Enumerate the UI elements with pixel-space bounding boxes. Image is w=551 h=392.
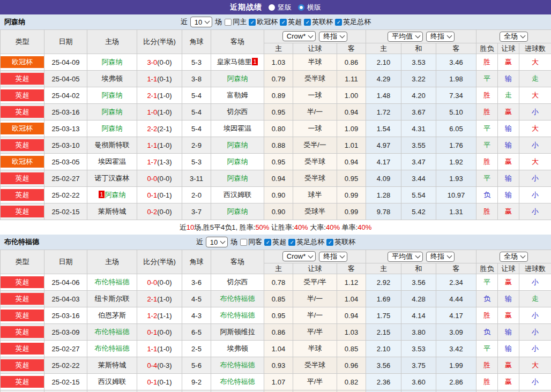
handicap-away-odds: 1.03 bbox=[337, 324, 366, 341]
league-checkbox[interactable] bbox=[326, 239, 333, 246]
same-venue-filter[interactable]: 同主 bbox=[225, 17, 247, 27]
avg-draw-odds: 3.47 bbox=[401, 154, 436, 170]
handicap-line: 受半/一 bbox=[293, 137, 337, 154]
scope-select[interactable]: 全场 bbox=[500, 32, 528, 42]
league-checkbox[interactable] bbox=[304, 19, 311, 26]
away-team-cell: 布伦特福德 bbox=[211, 307, 264, 324]
col-away: 客场 bbox=[211, 250, 264, 274]
league-filter[interactable]: 英联杯 bbox=[304, 17, 333, 27]
date-cell: 25-02-22 bbox=[44, 187, 87, 203]
result-handicap: 输 bbox=[498, 291, 519, 307]
league-checkbox[interactable] bbox=[280, 19, 287, 26]
avg-home-odds: 2.00 bbox=[366, 390, 401, 392]
full-score: 1-1 bbox=[147, 141, 157, 149]
date-cell: 25-04-05 bbox=[44, 71, 87, 87]
select-value: 10 bbox=[210, 238, 218, 246]
match-row: 英超25-02-27诺丁汉森林0-0(0-0)3-11阿森纳0.94受半球0.9… bbox=[1, 170, 551, 187]
avg-time-select[interactable]: 终指 bbox=[426, 32, 455, 42]
league-checkbox[interactable] bbox=[335, 19, 342, 26]
handicap-away-odds: 0.99 bbox=[337, 187, 366, 203]
half-score: (0-0) bbox=[157, 175, 172, 183]
same-venue-checkbox[interactable] bbox=[240, 239, 247, 246]
sub-avg-home: 主 bbox=[366, 263, 401, 274]
away-team-cell: 阿斯顿维拉 bbox=[211, 324, 264, 341]
avg-source-select[interactable]: 平均值 bbox=[388, 252, 423, 262]
home-team-cell: 埃因霍温 bbox=[87, 154, 137, 170]
league-checkbox[interactable] bbox=[288, 239, 295, 246]
match-row: 英超25-03-10曼彻斯特联1-1(1-0)2-9阿森纳0.88受半/一1.0… bbox=[1, 137, 551, 154]
avg-home-odds: 2.10 bbox=[366, 54, 401, 71]
result-outcome: 胜 bbox=[476, 54, 498, 71]
avg-away-odds: 6.05 bbox=[436, 120, 476, 137]
league-checkbox[interactable] bbox=[264, 239, 271, 246]
league-filter-label: 英联杯 bbox=[334, 237, 355, 247]
avg-source-select[interactable]: 平均值 bbox=[388, 32, 423, 42]
league-filter[interactable]: 英超 bbox=[280, 17, 302, 27]
score-cell: 0-4(0-3) bbox=[137, 357, 182, 374]
team-label: 阿森纳 bbox=[227, 174, 248, 182]
result-handicap: 输 bbox=[498, 341, 519, 357]
corner-cell: 6-5 bbox=[182, 324, 211, 341]
full-score: 2-1 bbox=[147, 295, 157, 303]
score-cell: 0-1(0-1) bbox=[137, 187, 182, 203]
team-label: 纽卡斯尔联 bbox=[95, 295, 130, 303]
team-label: 埃弗顿 bbox=[227, 344, 248, 352]
odds-time-select[interactable]: 终指 bbox=[319, 32, 347, 42]
select-value: 10 bbox=[195, 18, 202, 26]
team-label: 阿森纳 bbox=[105, 191, 126, 199]
result-goals: 小 bbox=[519, 274, 551, 291]
result-outcome: 胜 bbox=[476, 203, 498, 220]
handicap-away-odds: 0.82 bbox=[337, 374, 366, 390]
league-cell: 英超 bbox=[1, 187, 44, 203]
avg-home-odds: 1.28 bbox=[366, 187, 401, 203]
handicap-away-odds: 1.04 bbox=[337, 291, 366, 307]
avg-away-odds: 3.46 bbox=[436, 54, 476, 71]
radio-horizontal-layout[interactable]: 横版 bbox=[298, 3, 321, 12]
half-score: (1-0) bbox=[157, 295, 172, 303]
match-count-select[interactable]: 10 bbox=[206, 237, 228, 247]
league-badge: 英超 bbox=[1, 139, 44, 151]
avg-home-odds: 4.97 bbox=[366, 137, 401, 154]
home-team-cell: 阿森纳 bbox=[87, 87, 137, 104]
league-filter[interactable]: 英足总杯 bbox=[335, 17, 371, 27]
date-cell: 25-04-02 bbox=[44, 87, 87, 104]
scope-select[interactable]: 全场 bbox=[500, 252, 528, 262]
full-score: 1-1 bbox=[147, 345, 157, 353]
odds-source-select[interactable]: Crow* bbox=[282, 31, 316, 41]
league-cell: 英超 bbox=[1, 274, 44, 291]
same-venue-filter[interactable]: 同客 bbox=[240, 237, 262, 247]
half-score: (0-1) bbox=[157, 191, 172, 199]
sub-away-odds: 客 bbox=[337, 43, 366, 54]
league-filter[interactable]: 英足总杯 bbox=[288, 237, 324, 247]
home-team-cell: 阿森纳 bbox=[87, 104, 137, 120]
half-score: (0-1) bbox=[157, 75, 172, 83]
radio-icon[interactable] bbox=[298, 4, 304, 11]
result-outcome: 平 bbox=[476, 274, 498, 291]
sub-avg-away: 客 bbox=[436, 43, 476, 54]
league-checkbox[interactable] bbox=[249, 19, 256, 26]
chevron-down-icon bbox=[447, 33, 452, 39]
radio-vertical-layout[interactable]: 竖版 bbox=[269, 3, 292, 12]
odds-time-select[interactable]: 终指 bbox=[319, 252, 347, 262]
match-row: 英超25-02-221阿森纳0-1(0-1)2-0西汉姆联0.90球半0.991… bbox=[1, 187, 551, 203]
half-score: (0-0) bbox=[157, 58, 172, 66]
topbar: 近期战绩 竖版 横版 bbox=[0, 0, 551, 14]
corner-cell: 3-6 bbox=[182, 274, 211, 291]
sub-handicap-result: 让球 bbox=[498, 43, 519, 54]
league-filter[interactable]: 英超 bbox=[264, 237, 286, 247]
league-filter[interactable]: 欧冠杯 bbox=[249, 17, 278, 27]
chevron-down-icon bbox=[340, 33, 345, 39]
result-outcome: 胜 bbox=[476, 87, 498, 104]
summary-text: 大率: bbox=[308, 223, 326, 231]
match-count-select[interactable]: 10 bbox=[190, 17, 212, 27]
match-row: 英超25-02-15莱斯特城0-2(0-0)3-7阿森纳0.90受球半0.999… bbox=[1, 203, 551, 220]
result-handicap: 赢 bbox=[498, 54, 519, 71]
score-cell: 1-0(1-0) bbox=[137, 104, 182, 120]
radio-icon[interactable] bbox=[269, 4, 275, 11]
avg-time-select[interactable]: 终指 bbox=[426, 252, 455, 262]
position-badge: 1 bbox=[99, 191, 104, 198]
league-filter[interactable]: 英联杯 bbox=[326, 237, 355, 247]
avg-draw-odds: 5.54 bbox=[401, 187, 436, 203]
same-venue-checkbox[interactable] bbox=[225, 19, 232, 26]
odds-source-select[interactable]: Crow* bbox=[282, 251, 316, 261]
